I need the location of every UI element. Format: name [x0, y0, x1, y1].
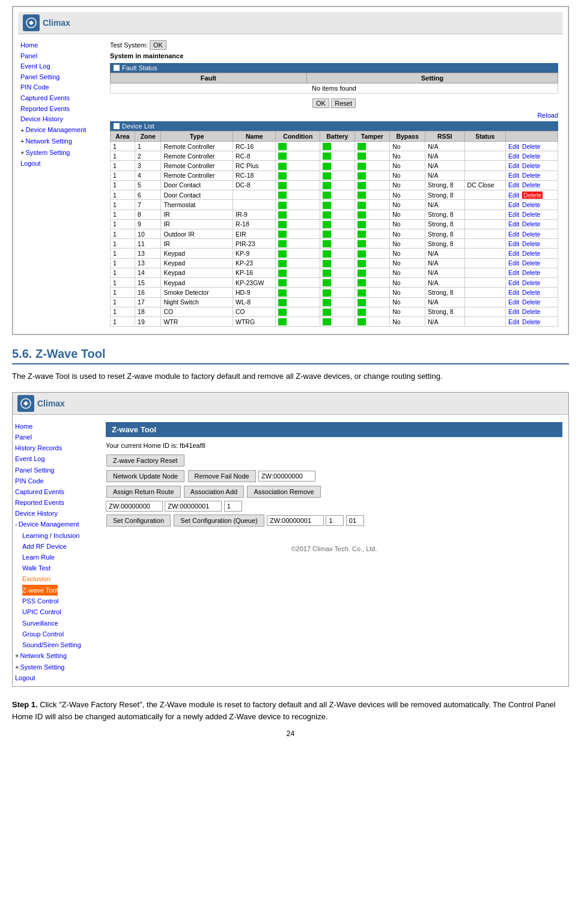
edit-link[interactable]: Edit [508, 162, 519, 169]
zwt-nav-history[interactable]: History Records [15, 442, 97, 453]
edit-link[interactable]: Edit [508, 192, 519, 199]
zw-input-7[interactable] [346, 515, 364, 526]
edit-link[interactable]: Edit [508, 289, 519, 296]
nav-captured-events[interactable]: Captured Events [20, 93, 103, 104]
zwt-nav-panel[interactable]: Panel [15, 432, 97, 442]
delete-link[interactable]: Delete [522, 181, 540, 189]
set-configuration-queue-btn[interactable]: Set Configuration (Queue) [174, 515, 264, 527]
reload-link[interactable]: Reload [110, 112, 558, 119]
zwt-nav-device-history[interactable]: Device History [15, 508, 97, 519]
zwt-nav-panel-setting[interactable]: Panel Setting [15, 465, 97, 476]
zwt-nav-exclusion[interactable]: Exclusion [22, 573, 97, 584]
edit-link[interactable]: Edit [508, 220, 519, 228]
edit-link[interactable]: Edit [508, 269, 519, 276]
delete-link[interactable]: Delete [522, 269, 540, 276]
zwt-nav-group[interactable]: Group Control [22, 629, 97, 639]
zw-input-6[interactable] [326, 515, 344, 526]
delete-link[interactable]: Delete [522, 162, 540, 169]
zwt-nav-event-log[interactable]: Event Log [15, 453, 97, 464]
test-system-ok-btn[interactable]: OK [150, 40, 166, 50]
zwt-nav-upic[interactable]: UPIC Control [22, 606, 97, 617]
reset-button[interactable]: Reset [331, 98, 356, 108]
device-bypass: No [390, 249, 425, 258]
tamper-bar [357, 231, 366, 238]
delete-link[interactable]: Delete [522, 192, 543, 199]
edit-link[interactable]: Edit [508, 172, 519, 179]
zw-input-1[interactable] [258, 471, 315, 482]
edit-link[interactable]: Edit [508, 250, 519, 257]
nav-system-setting[interactable]: System Setting [25, 148, 70, 159]
delete-link[interactable]: Delete [522, 318, 540, 325]
edit-link[interactable]: Edit [508, 308, 519, 315]
edit-link[interactable]: Edit [508, 211, 519, 218]
delete-link[interactable]: Delete [522, 231, 540, 238]
device-type: IR [161, 239, 233, 249]
nav-reported-events[interactable]: Reported Events [20, 104, 103, 115]
zwt-nav-system[interactable]: System Setting [20, 662, 64, 672]
delete-link[interactable]: Delete [522, 308, 540, 315]
zw-input-3[interactable] [165, 501, 222, 512]
zwt-nav-surveillance[interactable]: Surveillance [22, 618, 97, 629]
nav-pin-code[interactable]: PIN Code [20, 82, 103, 93]
zw-input-5[interactable] [267, 515, 324, 526]
delete-link[interactable]: Delete [522, 298, 540, 306]
edit-link[interactable]: Edit [508, 259, 519, 267]
zwt-nav-pss[interactable]: PSS Control [22, 596, 97, 606]
zwt-nav-device-mgmt[interactable]: Device Management [19, 519, 79, 530]
delete-link[interactable]: Delete [522, 250, 540, 257]
ok-button[interactable]: OK [312, 98, 329, 108]
zwt-nav-logout[interactable]: Logout [15, 672, 97, 683]
delete-link[interactable]: Delete [522, 259, 540, 267]
delete-link[interactable]: Delete [522, 201, 540, 208]
edit-link[interactable]: Edit [508, 298, 519, 306]
edit-link[interactable]: Edit [508, 181, 519, 189]
zw-input-4[interactable] [224, 501, 242, 512]
delete-link[interactable]: Delete [522, 152, 540, 160]
factory-reset-btn[interactable]: Z-wave Factory Reset [106, 454, 184, 467]
zwt-nav-learning[interactable]: Learning / Inclusion [22, 530, 97, 541]
battery-bar [323, 240, 331, 247]
edit-link[interactable]: Edit [508, 318, 519, 325]
remove-fail-node-btn[interactable]: Remove Fail Node [188, 470, 256, 482]
zwt-nav-learn-rule[interactable]: Learn Rule [22, 552, 97, 563]
nav-device-history[interactable]: Device History [20, 114, 103, 125]
zwt-nav-walk-test[interactable]: Walk Test [22, 563, 97, 573]
delete-link[interactable]: Delete [522, 143, 540, 150]
zwt-nav-captured-events[interactable]: Captured Events [15, 486, 97, 497]
nav-event-log[interactable]: Event Log [20, 61, 103, 72]
nav-device-management[interactable]: Device Management [25, 125, 86, 136]
delete-link[interactable]: Delete [522, 240, 540, 247]
zwt-nav-network[interactable]: Network Setting [20, 650, 67, 661]
nav-home[interactable]: Home [20, 40, 103, 51]
device-zone: 9 [135, 219, 161, 229]
edit-link[interactable]: Edit [508, 152, 519, 160]
nav-panel[interactable]: Panel [20, 51, 103, 62]
zwt-nav-pin-code[interactable]: PIN Code [15, 476, 97, 486]
edit-link[interactable]: Edit [508, 240, 519, 247]
tamper-bar [357, 221, 366, 228]
zwt-nav-zwave-tool[interactable]: Z-wave Tool [22, 585, 58, 596]
edit-link[interactable]: Edit [508, 143, 519, 150]
zwt-nav-sound[interactable]: Sound/Siren Setting [22, 639, 97, 650]
delete-link[interactable]: Delete [522, 172, 540, 179]
association-remove-btn[interactable]: Association Remove [247, 486, 320, 498]
delete-link[interactable]: Delete [522, 279, 540, 286]
nav-panel-setting[interactable]: Panel Setting [20, 72, 103, 83]
zwt-nav-home[interactable]: Home [15, 421, 97, 432]
set-configuration-btn[interactable]: Set Configuration [106, 515, 171, 527]
association-add-btn[interactable]: Association Add [184, 486, 244, 498]
delete-link[interactable]: Delete [522, 220, 540, 228]
zw-input-2[interactable] [106, 501, 163, 512]
nav-logout[interactable]: Logout [20, 159, 103, 169]
nav-network-setting[interactable]: Network Setting [25, 136, 72, 147]
zwt-nav-reported-events[interactable]: Reported Events [15, 497, 97, 508]
delete-link[interactable]: Delete [522, 211, 540, 218]
zwt-nav-add-rf[interactable]: Add RF Device [22, 541, 97, 552]
edit-link[interactable]: Edit [508, 231, 519, 238]
edit-link[interactable]: Edit [508, 279, 519, 286]
network-update-node-btn[interactable]: Network Update Node [106, 470, 184, 482]
col-actions [506, 131, 558, 142]
assign-return-route-btn[interactable]: Assign Return Route [106, 486, 181, 498]
delete-link[interactable]: Delete [522, 289, 540, 296]
edit-link[interactable]: Edit [508, 201, 519, 208]
